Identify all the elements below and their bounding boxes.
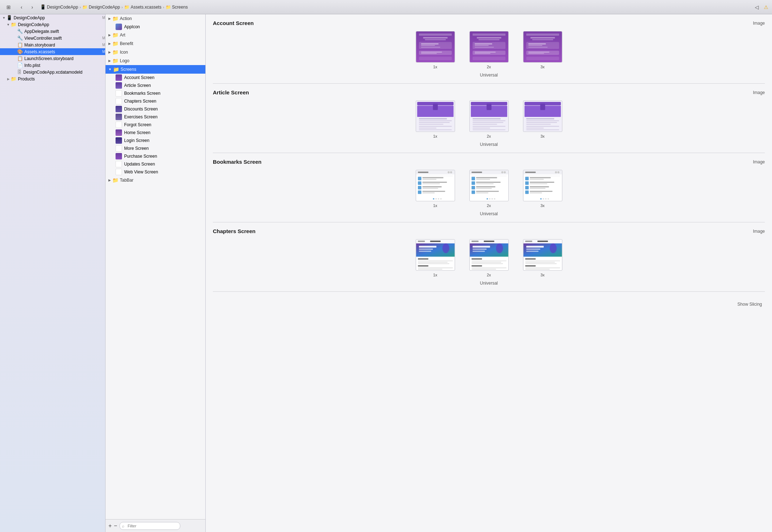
asset-row-forgot[interactable]: Forgot Screen bbox=[106, 121, 205, 129]
slot-scale-label: 1x bbox=[433, 273, 438, 277]
thumb bbox=[116, 106, 122, 112]
slot-box[interactable] bbox=[523, 31, 562, 63]
slot-2x[interactable]: 2x bbox=[469, 239, 509, 277]
back-button[interactable]: ‹ bbox=[16, 2, 26, 12]
arrow-icon: ▼ bbox=[1, 16, 6, 20]
add-asset-button[interactable]: + bbox=[108, 523, 112, 529]
folder-icon: 📁 bbox=[112, 177, 118, 183]
slot-box[interactable] bbox=[523, 170, 562, 201]
svg-rect-79 bbox=[422, 177, 443, 178]
forward-button[interactable]: › bbox=[27, 2, 37, 12]
tree-item-datamodel[interactable]: 🗄 DesignCodeApp.xcdatamodeld bbox=[0, 69, 105, 75]
folder-icon: 📁 bbox=[11, 76, 16, 82]
asset-list-panel: ▶ 📁 Action AppIcon ▶ 📁 Art ▶ 📁 Benefit bbox=[106, 14, 206, 532]
left-panel-button[interactable]: ◁ bbox=[752, 2, 762, 12]
folder-icon: 📁 bbox=[112, 58, 118, 64]
svg-rect-41 bbox=[419, 118, 447, 119]
slot-box[interactable] bbox=[416, 100, 455, 132]
svg-rect-21 bbox=[474, 52, 495, 53]
slot-box[interactable] bbox=[469, 100, 509, 132]
slot-2x[interactable]: 2x bbox=[469, 100, 509, 138]
slot-box[interactable] bbox=[469, 170, 509, 201]
slot-1x[interactable]: 1x bbox=[416, 100, 455, 138]
svg-rect-77 bbox=[418, 176, 453, 176]
asset-group-art[interactable]: ▶ 📁 Art bbox=[106, 31, 205, 39]
svg-rect-33 bbox=[528, 52, 549, 53]
slot-box[interactable] bbox=[523, 239, 562, 271]
slot-box[interactable] bbox=[469, 239, 509, 271]
asset-row-account[interactable]: Account Screen bbox=[106, 74, 205, 82]
slot-3x[interactable]: 3x bbox=[523, 170, 562, 208]
slot-1x[interactable]: 1x bbox=[416, 31, 455, 69]
tree-item-products[interactable]: ▶ 📁 Products bbox=[0, 75, 105, 82]
expand-arrow: ▶ bbox=[108, 178, 111, 182]
asset-row-bookmarks[interactable]: Bookmarks Screen bbox=[106, 89, 205, 97]
tree-item-viewcontroller[interactable]: 🔧 ViewController.swift M bbox=[0, 35, 105, 41]
tree-item-infoplist[interactable]: 📄 Info.plist bbox=[0, 62, 105, 69]
slot-box[interactable] bbox=[416, 170, 455, 201]
folder-icon: 📁 bbox=[112, 49, 118, 55]
group-label: Benefit bbox=[120, 41, 133, 46]
tree-item-assets[interactable]: 🎨 Assets.xcassets M bbox=[0, 48, 105, 55]
image-slots: 1x bbox=[213, 31, 765, 69]
grid-view-button[interactable]: ⊞ bbox=[4, 2, 14, 12]
asset-row-exercises[interactable]: Exercises Screen bbox=[106, 113, 205, 121]
asset-row-discounts[interactable]: Discounts Screen bbox=[106, 105, 205, 113]
tree-item-mainstoryboard[interactable]: 📋 Main.storyboard M bbox=[0, 41, 105, 48]
slot-1x[interactable]: 1x bbox=[416, 239, 455, 277]
asset-group-tabbar[interactable]: ▶ 📁 TabBar bbox=[106, 176, 205, 184]
asset-row-more[interactable]: More Screen bbox=[106, 144, 205, 152]
slot-3x[interactable]: 3x bbox=[523, 100, 562, 138]
filter-input[interactable] bbox=[119, 522, 180, 530]
svg-rect-148 bbox=[418, 261, 453, 261]
tree-item-root[interactable]: ▼ 📱 DesignCodeApp M bbox=[0, 14, 105, 21]
breadcrumb-assets[interactable]: 📁 Assets.xcassets bbox=[124, 5, 161, 10]
breadcrumb-screens[interactable]: 📁 Screens bbox=[166, 5, 188, 10]
asset-row-article[interactable]: Article Screen bbox=[106, 82, 205, 89]
asset-label: Home Screen bbox=[124, 130, 150, 135]
asset-group-action[interactable]: ▶ 📁 Action bbox=[106, 14, 205, 23]
asset-row-appicon[interactable]: AppIcon bbox=[106, 23, 205, 31]
asset-row-chapters[interactable]: Chapters Screen bbox=[106, 97, 205, 105]
slot-2x[interactable]: 2x bbox=[469, 31, 509, 69]
svg-rect-151 bbox=[418, 265, 428, 266]
slot-1x[interactable]: 1x bbox=[416, 170, 455, 208]
breadcrumb-folder[interactable]: 📁 DesignCodeApp bbox=[82, 5, 120, 10]
remove-asset-button[interactable]: − bbox=[114, 523, 117, 529]
breadcrumb-app[interactable]: 📱 DesignCodeApp bbox=[40, 4, 78, 10]
slot-3x[interactable]: 3x bbox=[523, 31, 562, 69]
asset-row-updates[interactable]: Updates Screen bbox=[106, 160, 205, 168]
tree-item-appdelegate[interactable]: 🔧 AppDelegate.swift bbox=[0, 28, 105, 35]
thumb bbox=[116, 169, 122, 175]
svg-rect-34 bbox=[528, 53, 544, 54]
slot-3x[interactable]: 3x bbox=[523, 239, 562, 277]
tree-item-folder[interactable]: ▼ 📁 DesignCodeApp bbox=[0, 21, 105, 28]
asset-row-webview[interactable]: Web View Screen bbox=[106, 168, 205, 176]
svg-rect-78 bbox=[418, 177, 421, 181]
asset-group-icon[interactable]: ▶ 📁 Icon bbox=[106, 48, 205, 56]
slot-box[interactable] bbox=[523, 100, 562, 132]
slot-2x[interactable]: 2x bbox=[469, 170, 509, 208]
section-header: Account Screen Image bbox=[213, 20, 765, 26]
svg-point-91 bbox=[435, 198, 437, 200]
slot-box[interactable] bbox=[469, 31, 509, 63]
slot-box[interactable] bbox=[416, 31, 455, 63]
svg-rect-87 bbox=[418, 191, 421, 194]
asset-group-screens[interactable]: ▼ 📁 Screens bbox=[106, 65, 205, 74]
slot-box[interactable] bbox=[416, 239, 455, 271]
asset-group-logo[interactable]: ▶ 📁 Logo bbox=[106, 56, 205, 65]
asset-row-home[interactable]: Home Screen bbox=[106, 129, 205, 137]
universal-label: Universal bbox=[213, 281, 765, 286]
tree-item-launchscreen[interactable]: 📋 LaunchScreen.storyboard bbox=[0, 55, 105, 62]
asset-row-login[interactable]: Login Screen bbox=[106, 137, 205, 144]
asset-row-purchase[interactable]: Purchase Screen bbox=[106, 152, 205, 160]
asset-label: Exercises Screen bbox=[124, 114, 157, 119]
main-layout: ▼ 📱 DesignCodeApp M ▼ 📁 DesignCodeApp 🔧 … bbox=[0, 14, 772, 532]
expand-arrow: ▶ bbox=[108, 42, 111, 45]
group-label: Art bbox=[120, 33, 125, 38]
thumb bbox=[116, 129, 122, 136]
svg-rect-7 bbox=[421, 47, 440, 48]
asset-group-benefit[interactable]: ▶ 📁 Benefit bbox=[106, 39, 205, 48]
svg-rect-81 bbox=[418, 181, 421, 185]
show-slicing-button[interactable]: Show Slicing bbox=[734, 300, 765, 308]
